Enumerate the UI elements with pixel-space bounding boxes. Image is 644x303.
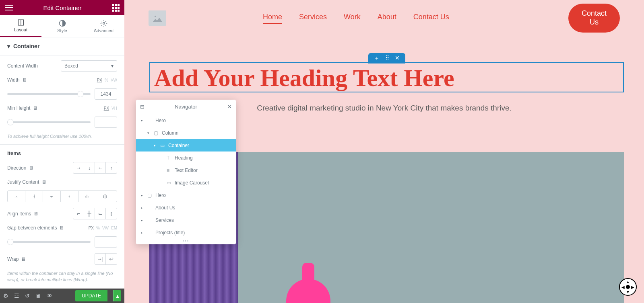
svg-point-4 (155, 16, 156, 17)
direction-label: Direction (7, 165, 26, 171)
desktop-icon[interactable]: 🖥 (29, 165, 33, 171)
wrap-label: Wrap (7, 256, 19, 262)
widgets-icon[interactable] (112, 4, 120, 12)
width-units[interactable]: PX%VW (97, 78, 117, 82)
site-header: Home Services Work About Contact Us Cont… (124, 0, 644, 36)
height-units[interactable]: PXVH (104, 106, 117, 111)
close-icon[interactable]: ✕ (395, 55, 400, 62)
menu-icon[interactable] (5, 5, 13, 10)
min-height-slider[interactable] (7, 121, 91, 123)
nav-services[interactable]: Services (299, 13, 327, 24)
update-button[interactable]: UPDATE (75, 290, 107, 301)
navigator-icon[interactable]: ☲ (14, 293, 19, 299)
content-width-select[interactable]: Boxed▾ (61, 60, 117, 72)
navigator-item[interactable]: ▸▢Hero (136, 189, 236, 201)
resize-handle[interactable]: ••• (136, 239, 236, 244)
navigator-title: Navigator (175, 104, 197, 110)
svg-point-2 (103, 22, 105, 24)
nav-contact[interactable]: Contact Us (413, 13, 449, 24)
add-icon[interactable]: ＋ (374, 55, 380, 62)
navigator-item[interactable]: ▾▢Column (136, 127, 236, 139)
navigator-item[interactable]: ▾Hero (136, 114, 236, 127)
align-group[interactable]: ⌐╫⌙⫿ (73, 208, 117, 219)
desktop-icon[interactable]: 🖥 (33, 105, 37, 111)
desktop-icon[interactable]: 🖥 (33, 211, 38, 217)
nav-work[interactable]: Work (344, 13, 361, 24)
element-handle: ＋ ⠿ ✕ (368, 53, 405, 63)
controls-scroll: Content Width Boxed▾ Width🖥 PX%VW Min He… (0, 55, 124, 289)
items-title: Items (7, 150, 117, 156)
justify-group[interactable]: ⫠⫲⫟⫞⫝⫛ (7, 190, 117, 202)
chevron-down-icon: ▾ (7, 43, 10, 49)
gap-input[interactable] (95, 236, 117, 248)
wrap-hint: Items within the container can stay in a… (7, 270, 117, 283)
align-label: Align Items (7, 211, 31, 217)
drag-icon[interactable]: ⠿ (385, 55, 389, 62)
navigator-item[interactable]: ▸About Us (136, 201, 236, 214)
width-slider[interactable] (7, 93, 91, 95)
min-height-label: Min Height (7, 105, 30, 111)
direction-group[interactable]: →↓←↑ (73, 162, 117, 174)
drag-mode-button[interactable]: ▲▼◀▶ (619, 278, 637, 296)
navigator-item[interactable]: ▸Projects (title) (136, 226, 236, 239)
content-width-label: Content Width (7, 63, 38, 69)
wrap-group[interactable]: →|↩ (95, 253, 117, 265)
logo-placeholder[interactable] (149, 10, 166, 26)
vase-graphic (286, 263, 330, 303)
width-label: Width (7, 77, 20, 83)
responsive-icon[interactable]: 🖥 (35, 293, 41, 299)
navigator-item[interactable]: ▸Services (136, 214, 236, 226)
desktop-icon[interactable]: 🖥 (22, 77, 27, 83)
gap-units[interactable]: PX%VWEM (89, 226, 117, 230)
tab-advanced[interactable]: Advanced (83, 15, 124, 37)
editor-sidebar: Edit Container Layout Style Advanced ▾Co… (0, 0, 124, 303)
justify-label: Justify Content (7, 179, 39, 185)
gap-label: Gap between elements (7, 225, 57, 231)
min-height-input[interactable] (95, 117, 117, 128)
navigator-tree[interactable]: ▾Hero▾▢Column▾▭ContainerTHeading≡Text Ed… (136, 114, 236, 239)
panel-tabs: Layout Style Advanced (0, 15, 124, 37)
history-icon[interactable]: ↺ (25, 293, 30, 299)
sidebar-footer: ⚙ ☲ ↺ 🖥 👁 UPDATE ▴ (0, 289, 124, 303)
navigator-item[interactable]: ▾▭Container (136, 139, 236, 152)
nav-home[interactable]: Home (263, 13, 282, 24)
desktop-icon[interactable]: 🖥 (59, 225, 64, 231)
settings-icon[interactable]: ⚙ (3, 293, 8, 299)
navigator-item[interactable]: ≡Text Editor (136, 164, 236, 176)
preview-icon[interactable]: 👁 (47, 293, 52, 299)
navigator-panel: ⊟ Navigator ✕ ▾Hero▾▢Column▾▭ContainerTH… (136, 100, 236, 244)
nav-about[interactable]: About (378, 13, 396, 24)
width-input[interactable] (95, 88, 117, 100)
panel-title: Edit Container (43, 4, 81, 11)
desktop-icon[interactable]: 🖥 (41, 179, 46, 185)
heading-widget[interactable]: Add Your Heading Text Here (150, 63, 623, 93)
height-hint: To achieve full height Container use 100… (7, 133, 117, 139)
desktop-icon[interactable]: 🖥 (21, 256, 26, 262)
sidebar-header: Edit Container (0, 0, 124, 15)
navigator-item[interactable]: THeading (136, 152, 236, 164)
site-nav: Home Services Work About Contact Us (263, 13, 449, 24)
collapse-icon[interactable]: ⊟ (140, 104, 144, 110)
tab-layout[interactable]: Layout (0, 15, 41, 37)
close-icon[interactable]: ✕ (227, 104, 232, 110)
cta-button[interactable]: Contact Us (568, 4, 620, 32)
update-caret[interactable]: ▴ (113, 290, 121, 301)
selected-container[interactable]: ＋ ⠿ ✕ Add Your Heading Text Here (149, 62, 624, 92)
tab-style[interactable]: Style (41, 15, 83, 37)
gap-slider[interactable] (7, 241, 91, 243)
chevron-down-icon: ▾ (111, 63, 114, 69)
navigator-header[interactable]: ⊟ Navigator ✕ (136, 100, 236, 114)
section-container[interactable]: ▾Container (0, 37, 124, 55)
navigator-item[interactable]: ▭Image Carousel (136, 176, 236, 189)
